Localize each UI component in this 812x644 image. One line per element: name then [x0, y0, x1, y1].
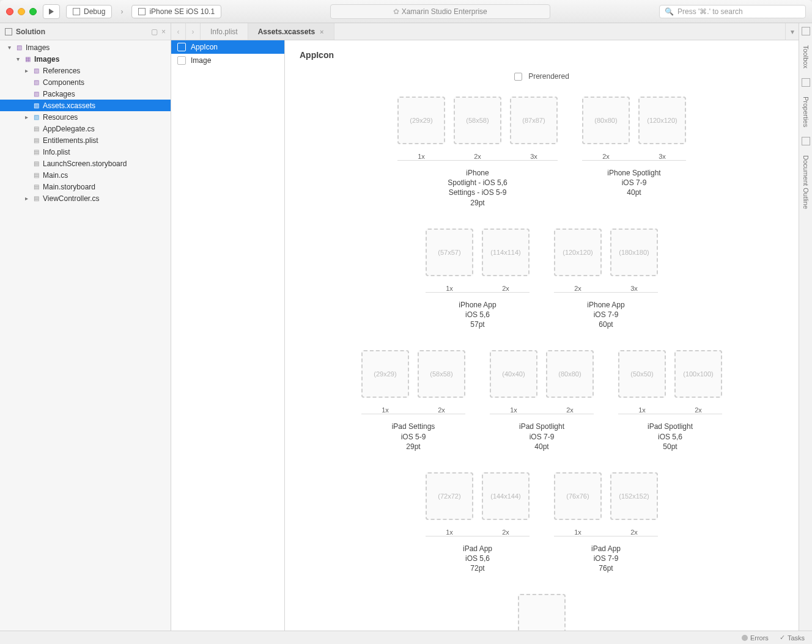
minimize-icon[interactable] — [18, 8, 25, 15]
tree-item[interactable]: ▧Assets.xcassets — [0, 100, 171, 111]
errors-pad-button[interactable]: Errors — [742, 634, 769, 642]
rail-label[interactable]: Toolbox — [802, 45, 810, 68]
tree-item-label: Images — [34, 55, 59, 64]
image-well[interactable]: (29x29) — [361, 350, 409, 398]
asset-canvas: AppIcon Prerendered (29x29)1x(58x58)2x(8… — [285, 40, 799, 631]
folder-icon: ▧ — [32, 90, 40, 98]
scale-label: 2x — [502, 282, 509, 292]
rail-icon[interactable] — [802, 27, 810, 35]
image-well[interactable]: (180x180) — [610, 229, 658, 276]
folder-icon: ▧ — [32, 67, 40, 75]
scale-label: 2x — [438, 404, 445, 414]
tree-item[interactable]: ▤Entitlements.plist — [0, 134, 171, 146]
group-title: iPhone Spotlight - iOS 5,6 Settings - iO… — [448, 168, 507, 208]
tab-assets-xcassets[interactable]: Assets.xcassets × — [248, 23, 334, 40]
tree-item[interactable]: ▤AppDelegate.cs — [0, 123, 171, 134]
nav-forward-button[interactable]: › — [186, 23, 201, 40]
tree-item[interactable]: ▸▧Resources — [0, 111, 171, 123]
device-selector[interactable]: iPhone SE iOS 10.1 — [131, 5, 221, 18]
close-panel-icon[interactable]: × — [161, 27, 166, 36]
image-well[interactable]: (80x80) — [582, 97, 630, 144]
tree-item[interactable]: ▾▦Images — [0, 53, 171, 65]
asset-item[interactable]: Image — [171, 54, 284, 67]
image-well[interactable]: (57x57) — [426, 229, 473, 276]
image-well[interactable]: (72x72) — [426, 472, 473, 520]
image-well[interactable]: (152x152) — [610, 472, 658, 520]
tree-item[interactable]: ▤Info.plist — [0, 146, 171, 158]
dimension-label: (76x76) — [566, 492, 589, 500]
image-well[interactable]: (50x50) — [618, 350, 666, 398]
image-well[interactable]: (76x76) — [554, 472, 602, 520]
image-well[interactable] — [518, 594, 566, 631]
tab-overflow-button[interactable]: ▾ — [785, 23, 799, 40]
search-placeholder: Press '⌘.' to search — [677, 7, 743, 16]
disclosure-icon[interactable]: ▸ — [23, 114, 29, 120]
image-well[interactable]: (114x114) — [482, 229, 530, 276]
image-well[interactable]: (120x120) — [638, 97, 686, 144]
slot-column: (57x57)1x — [426, 229, 473, 292]
solution-tree[interactable]: ▾▧Images▾▦Images▸▧References▧Components▧… — [0, 40, 171, 631]
rail-label[interactable]: Properties — [802, 97, 810, 127]
image-well[interactable]: (87x87) — [510, 97, 558, 144]
image-well[interactable]: (29x29) — [397, 97, 445, 144]
search-icon: 🔍 — [665, 7, 674, 16]
tree-item[interactable]: ▧Packages — [0, 88, 171, 100]
slot-row: (57x57)1x(114x114)2x — [426, 229, 530, 293]
tree-item[interactable]: ▾▧Images — [0, 42, 171, 53]
slot-row: (120x120)2x(180x180)3x — [554, 229, 658, 293]
tree-item-label: Images — [26, 43, 50, 52]
global-search[interactable]: 🔍 Press '⌘.' to search — [659, 5, 806, 18]
configuration-selector[interactable]: Debug — [66, 5, 112, 18]
image-well[interactable]: (144x144) — [482, 472, 530, 520]
prerendered-row: Prerendered — [285, 72, 799, 81]
tree-item[interactable]: ▤Main.storyboard — [0, 181, 171, 192]
scale-label: 1x — [382, 404, 389, 414]
scale-label: 1x — [510, 404, 517, 414]
dimension-label: (58x58) — [430, 370, 452, 378]
autohide-icon[interactable]: ▢ — [151, 27, 158, 36]
file-icon: ▤ — [32, 194, 40, 203]
rail-label[interactable]: Document Outline — [802, 155, 810, 209]
scale-label: 2x — [474, 150, 481, 160]
tree-item[interactable]: ▸▤ViewController.cs — [0, 192, 171, 204]
image-well[interactable]: (40x40) — [490, 350, 537, 398]
asset-list[interactable]: AppIconImage — [171, 40, 285, 631]
disclosure-icon[interactable]: ▾ — [6, 44, 12, 51]
image-well[interactable]: (58x58) — [418, 350, 465, 398]
dimension-label: (29x29) — [374, 370, 396, 378]
dimension-label: (180x180) — [619, 249, 649, 256]
asset-item[interactable]: AppIcon — [171, 40, 284, 54]
dimension-label: (144x144) — [490, 492, 521, 500]
tab-info-plist[interactable]: Info.plist — [201, 23, 248, 40]
run-button[interactable] — [43, 4, 60, 19]
canvas-title: AppIcon — [285, 40, 799, 72]
dimension-label: (87x87) — [522, 117, 545, 124]
zoom-icon[interactable] — [29, 8, 37, 15]
disclosure-icon[interactable]: ▸ — [23, 195, 29, 202]
workarea: Solution ▢ × ▾▧Images▾▦Images▸▧Reference… — [0, 23, 812, 631]
statusbar: Errors ✓Tasks — [0, 631, 812, 644]
tree-item[interactable]: ▤Main.cs — [0, 169, 171, 181]
image-well[interactable]: (120x120) — [554, 229, 602, 276]
image-well[interactable]: (80x80) — [546, 350, 594, 398]
rail-icon[interactable] — [802, 78, 810, 87]
disclosure-icon[interactable]: ▾ — [15, 56, 21, 62]
dimension-label: (57x57) — [438, 249, 460, 256]
image-well[interactable]: (100x100) — [674, 350, 722, 398]
disclosure-icon[interactable]: ▸ — [23, 67, 29, 74]
close-icon[interactable] — [6, 8, 13, 15]
tree-item-label: Info.plist — [43, 148, 70, 156]
dimension-label: (80x80) — [558, 370, 581, 378]
tasks-pad-button[interactable]: ✓Tasks — [780, 634, 805, 642]
tree-item[interactable]: ▧Components — [0, 76, 171, 88]
image-well[interactable]: (58x58) — [454, 97, 501, 144]
scale-label: 1x — [574, 526, 581, 536]
tree-item[interactable]: ▤LaunchScreen.storyboard — [0, 158, 171, 169]
prerendered-checkbox[interactable] — [514, 73, 522, 81]
rail-icon[interactable] — [802, 137, 810, 145]
nav-back-button[interactable]: ‹ — [171, 23, 186, 40]
slot-column: (58x58)2x — [418, 350, 465, 414]
tree-item[interactable]: ▸▧References — [0, 65, 171, 76]
dimension-label: (50x50) — [630, 370, 653, 378]
tab-close-icon[interactable]: × — [320, 28, 323, 35]
